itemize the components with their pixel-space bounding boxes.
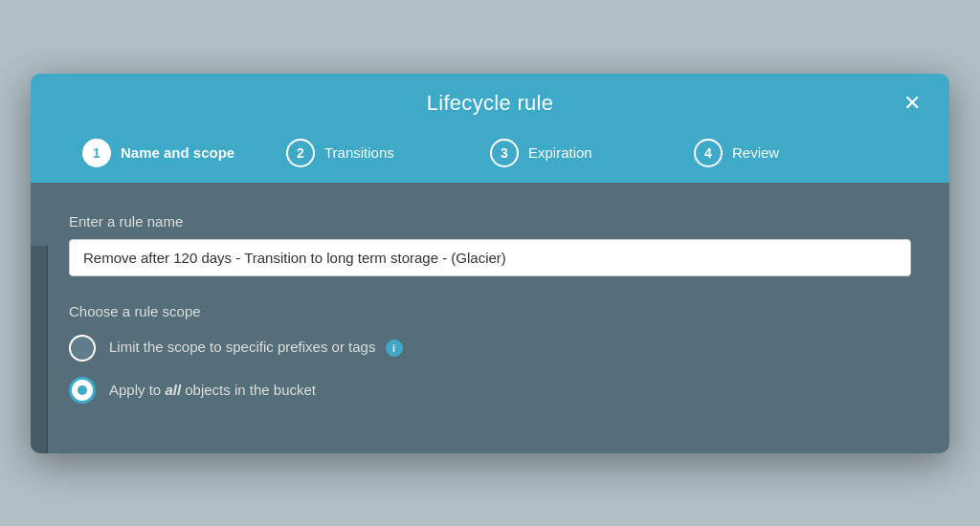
scope-prefix-radio[interactable] — [69, 335, 96, 362]
scope-prefix-label: Limit the scope to specific prefixes or … — [109, 339, 403, 357]
close-button[interactable]: ✕ — [898, 91, 926, 116]
rule-name-input[interactable] — [69, 239, 911, 276]
step-1-circle: 1 — [82, 139, 111, 167]
step-1-label: Name and scope — [121, 144, 234, 161]
modal-header: Lifecycle rule ✕ 1 Name and scope 2 Tran… — [31, 74, 949, 183]
background-panel — [31, 246, 48, 453]
rule-name-label: Enter a rule name — [69, 213, 911, 230]
step-4-circle: 4 — [694, 139, 723, 167]
scope-label: Choose a rule scope — [69, 303, 911, 319]
info-icon[interactable]: i — [386, 340, 403, 357]
step-2[interactable]: 2 Transitions — [286, 139, 490, 167]
step-4[interactable]: 4 Review — [694, 139, 898, 167]
steps-row: 1 Name and scope 2 Transitions 3 Expirat… — [54, 129, 926, 183]
step-2-circle: 2 — [286, 139, 315, 167]
step-1[interactable]: 1 Name and scope — [82, 139, 286, 167]
scope-all-label: Apply to all objects in the bucket — [109, 382, 316, 398]
step-4-label: Review — [732, 144, 779, 161]
modal-title: Lifecycle rule — [427, 91, 554, 116]
scope-all-option[interactable]: Apply to all objects in the bucket — [69, 377, 911, 404]
step-3-circle: 3 — [490, 139, 519, 167]
scope-all-radio[interactable] — [69, 377, 96, 404]
lifecycle-rule-modal: Lifecycle rule ✕ 1 Name and scope 2 Tran… — [31, 74, 949, 453]
step-3[interactable]: 3 Expiration — [490, 139, 694, 167]
step-2-label: Transitions — [324, 144, 394, 161]
modal-body: Enter a rule name Choose a rule scope Li… — [31, 183, 949, 453]
modal-title-row: Lifecycle rule ✕ — [54, 91, 926, 129]
scope-prefix-option[interactable]: Limit the scope to specific prefixes or … — [69, 335, 911, 362]
step-3-label: Expiration — [528, 144, 592, 161]
